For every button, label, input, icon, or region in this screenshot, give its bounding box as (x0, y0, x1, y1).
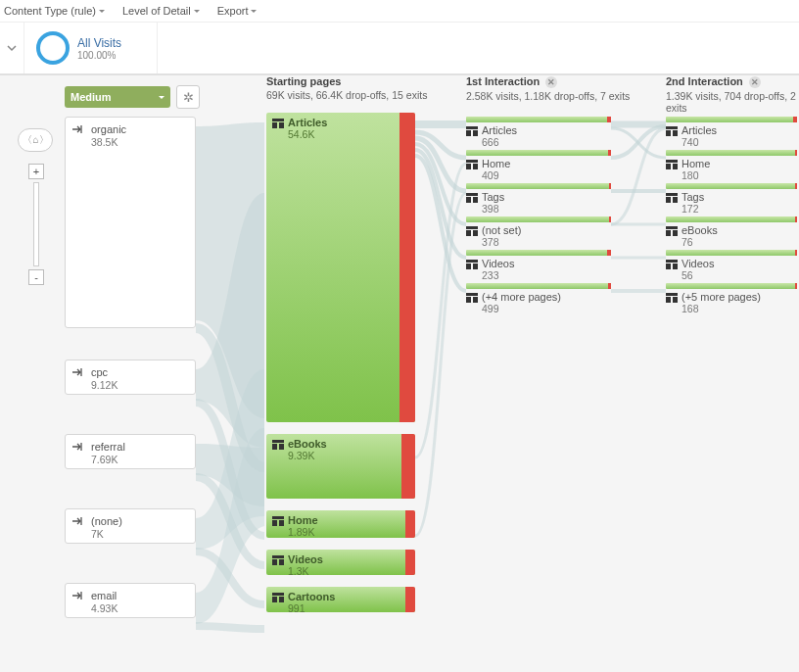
remove-column-icon[interactable]: ✕ (749, 76, 761, 88)
page-label: eBooks (288, 438, 327, 450)
settings-gear-icon[interactable]: ✲ (176, 85, 200, 109)
source-arrow-icon (71, 441, 85, 455)
menu-content-type[interactable]: Content Type (rule) (4, 5, 105, 17)
source-column: organic38.5Kcpc9.12Kreferral7.69K(none)7… (65, 117, 196, 657)
interaction-node[interactable]: Home180 (666, 150, 799, 175)
page-node[interactable]: Cartoons991 (266, 587, 415, 612)
page-value: 1.3K (288, 565, 323, 577)
dimension-pill[interactable]: Medium (65, 86, 170, 108)
column-title: 1st Interaction (466, 75, 540, 87)
node-value: 180 (682, 169, 710, 181)
pan-home-control[interactable]: 〈 ⌂ 〉 (18, 128, 53, 152)
segment-subtitle: 100.00% (77, 50, 121, 61)
source-arrow-icon (71, 123, 85, 137)
node-value: 398 (482, 203, 504, 215)
page-icon (666, 260, 678, 269)
node-value: 76 (682, 236, 718, 248)
zoom-out-button[interactable]: - (28, 269, 44, 285)
page-icon (666, 293, 678, 303)
node-label: Home (482, 158, 510, 169)
column-header-int2: 2nd Interaction✕ 1.39K visits, 704 drop-… (666, 75, 799, 114)
interaction-node[interactable]: Articles740 (666, 117, 799, 142)
page-value: 1.89K (288, 526, 318, 538)
page-value: 991 (288, 602, 335, 614)
node-value: 233 (482, 269, 514, 281)
page-icon (666, 126, 678, 136)
interaction-node[interactable]: (not set)378 (466, 216, 611, 242)
source-node[interactable]: organic38.5K (65, 117, 196, 328)
node-value: 499 (482, 303, 561, 314)
interaction-node[interactable]: Videos233 (466, 250, 611, 275)
page-icon (466, 226, 478, 236)
page-node[interactable]: Articles54.6K (266, 113, 415, 422)
page-icon (666, 160, 678, 169)
column-header-int1: 1st Interaction✕ 2.58K visits, 1.18K dro… (466, 75, 630, 102)
page-icon (466, 260, 478, 269)
page-node[interactable]: eBooks9.39K (266, 434, 415, 499)
source-value: 9.12K (91, 379, 189, 391)
segment-title: All Visits (77, 36, 121, 50)
node-label: eBooks (682, 224, 718, 236)
interaction-2-column: Articles740Home180Tags172eBooks76Videos5… (666, 117, 799, 316)
node-label: (not set) (482, 224, 521, 236)
source-node[interactable]: referral7.69K (65, 434, 196, 469)
node-value: 378 (482, 236, 521, 248)
source-label: organic (91, 123, 189, 135)
page-icon (272, 516, 284, 526)
source-label: cpc (91, 366, 189, 378)
menu-level-detail[interactable]: Level of Detail (122, 5, 200, 17)
node-value: 666 (482, 136, 517, 148)
segment-bar: All Visits 100.00% (0, 22, 799, 75)
interaction-node[interactable]: Articles666 (466, 117, 611, 142)
node-value: 172 (682, 203, 704, 215)
segment-chip[interactable]: All Visits 100.00% (24, 23, 158, 73)
interaction-node[interactable]: eBooks76 (666, 216, 799, 242)
collapse-toggle[interactable] (0, 23, 24, 73)
starting-pages-column: Articles54.6KeBooks9.39KHome1.89KVideos1… (266, 113, 415, 624)
zoom-in-button[interactable]: + (28, 164, 44, 179)
page-label: Articles (288, 117, 327, 128)
interaction-node[interactable]: Tags398 (466, 183, 611, 209)
node-label: Home (682, 158, 710, 169)
source-label: email (91, 590, 189, 601)
node-label: Videos (482, 258, 514, 269)
source-arrow-icon (71, 366, 85, 380)
node-value: 56 (682, 269, 714, 281)
top-menu: Content Type (rule) Level of Detail Expo… (0, 0, 799, 22)
source-node[interactable]: (none)7K (65, 508, 196, 544)
node-value: 409 (482, 169, 510, 181)
page-value: 9.39K (288, 450, 327, 461)
node-label: (+5 more pages) (682, 291, 761, 303)
column-header-start: Starting pages 69K visits, 66.4K drop-of… (266, 75, 427, 101)
interaction-node[interactable]: Videos56 (666, 250, 799, 275)
page-node[interactable]: Home1.89K (266, 510, 415, 538)
interaction-node[interactable]: Tags172 (666, 183, 799, 209)
source-value: 7K (91, 528, 189, 540)
node-value: 168 (682, 303, 761, 314)
node-label: Articles (682, 124, 717, 136)
menu-export[interactable]: Export (217, 5, 258, 17)
node-label: Videos (682, 258, 714, 269)
interaction-node[interactable]: (+4 more pages)499 (466, 283, 611, 309)
source-arrow-icon (71, 590, 85, 603)
page-icon (272, 440, 284, 450)
page-value: 54.6K (288, 128, 327, 140)
zoom-track[interactable] (33, 182, 39, 266)
page-icon (272, 555, 284, 565)
interaction-node[interactable]: Home409 (466, 150, 611, 175)
node-value: 740 (682, 136, 717, 148)
page-node[interactable]: Videos1.3K (266, 550, 415, 575)
column-subtitle: 2.58K visits, 1.18K drop-offs, 7 exits (466, 90, 630, 102)
source-value: 38.5K (91, 136, 189, 148)
flow-canvas[interactable]: 〈 ⌂ 〉 + - Medium ✲ Starting pages 69K vi… (0, 75, 799, 672)
source-label: (none) (91, 515, 189, 527)
segment-ring-icon (36, 31, 70, 65)
source-node[interactable]: email4.93K (65, 583, 196, 618)
source-node[interactable]: cpc9.12K (65, 360, 196, 395)
page-icon (272, 593, 284, 602)
node-label: (+4 more pages) (482, 291, 561, 303)
page-label: Home (288, 514, 318, 526)
source-value: 7.69K (91, 454, 189, 465)
interaction-node[interactable]: (+5 more pages)168 (666, 283, 799, 309)
remove-column-icon[interactable]: ✕ (545, 76, 557, 88)
